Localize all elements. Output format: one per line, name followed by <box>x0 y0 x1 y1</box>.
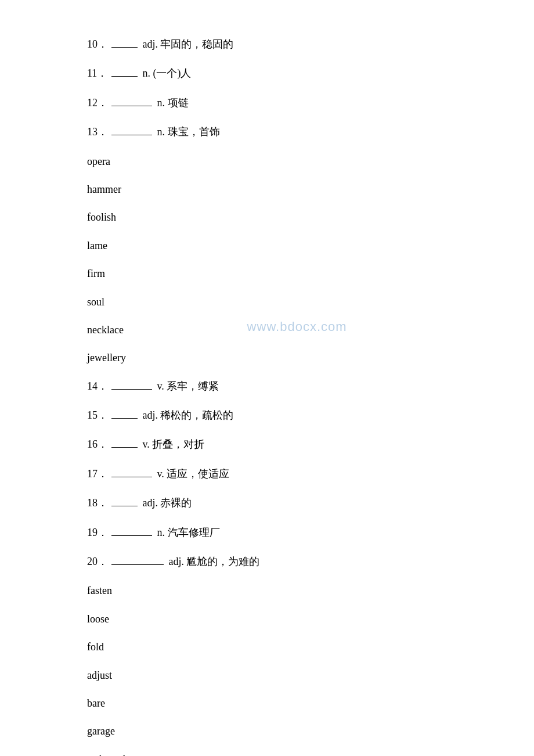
item-text-12: n. 项链 <box>109 93 447 112</box>
item-number-13: 13． <box>87 123 109 141</box>
item-number-12: 12． <box>87 93 109 112</box>
item-15: 15． adj. 稀松的，疏松的 <box>87 406 447 424</box>
item-text-18: adj. 赤裸的 <box>109 494 447 512</box>
blank-11[interactable] <box>111 76 138 77</box>
item-number-19: 19． <box>87 523 109 542</box>
word-list-group2: fasten loose fold adjust bare garage awk… <box>87 581 447 756</box>
blank-18[interactable] <box>111 506 138 506</box>
word-foolish: foolish <box>87 208 447 226</box>
item-20: 20． adj. 尴尬的，为难的 <box>87 552 447 571</box>
item-11: 11． n. (一个)人 <box>87 64 447 82</box>
numbered-items-group2: 14． v. 系牢，缚紧 15． adj. 稀松的，疏松的 16． v. 折叠，… <box>87 377 447 571</box>
blank-16[interactable] <box>111 447 138 448</box>
blank-17[interactable] <box>111 477 152 477</box>
item-12: 12． n. 项链 <box>87 93 447 112</box>
item-16: 16． v. 折叠，对折 <box>87 435 447 453</box>
item-number-11: 11． <box>87 64 109 82</box>
item-text-10: adj. 牢固的，稳固的 <box>109 35 447 53</box>
item-18: 18． adj. 赤裸的 <box>87 494 447 512</box>
item-text-15: adj. 稀松的，疏松的 <box>109 406 447 424</box>
item-text-19: n. 汽车修理厂 <box>109 523 447 542</box>
item-text-17: v. 适应，使适应 <box>109 465 447 483</box>
word-loose: loose <box>87 610 447 628</box>
word-fasten: fasten <box>87 581 447 600</box>
item-text-16: v. 折叠，对折 <box>109 435 447 453</box>
item-17: 17． v. 适应，使适应 <box>87 465 447 483</box>
content-area: 10． adj. 牢固的，稳固的 11． n. (一个)人 12． n. 项链 … <box>87 35 447 756</box>
word-bare: bare <box>87 694 447 712</box>
blank-10[interactable] <box>111 47 138 48</box>
item-number-10: 10． <box>87 35 109 53</box>
item-number-17: 17． <box>87 465 109 483</box>
word-list-group1: opera hammer foolish lame firm soul neck… <box>87 152 447 368</box>
word-garage: garage <box>87 722 447 740</box>
item-19: 19． n. 汽车修理厂 <box>87 523 447 542</box>
word-hammer: hammer <box>87 180 447 199</box>
item-number-18: 18． <box>87 494 109 512</box>
blank-20[interactable] <box>111 564 164 565</box>
item-text-14: v. 系牢，缚紧 <box>109 377 447 395</box>
word-necklace: necklace <box>87 321 447 339</box>
word-lame: lame <box>87 236 447 255</box>
word-awkward: awkward <box>87 750 447 756</box>
word-adjust: adjust <box>87 666 447 685</box>
item-number-14: 14． <box>87 377 109 395</box>
item-number-20: 20． <box>87 552 109 571</box>
word-opera: opera <box>87 152 447 171</box>
item-14: 14． v. 系牢，缚紧 <box>87 377 447 395</box>
blank-13[interactable] <box>111 135 152 135</box>
blank-14[interactable] <box>111 389 152 390</box>
item-text-11: n. (一个)人 <box>109 64 447 82</box>
item-10: 10． adj. 牢固的，稳固的 <box>87 35 447 53</box>
item-13: 13． n. 珠宝，首饰 <box>87 123 447 141</box>
word-fold: fold <box>87 638 447 656</box>
word-firm: firm <box>87 264 447 283</box>
word-jewellery: jewellery <box>87 348 447 367</box>
blank-19[interactable] <box>111 535 152 536</box>
item-number-15: 15． <box>87 406 109 424</box>
item-number-16: 16． <box>87 435 109 453</box>
item-text-13: n. 珠宝，首饰 <box>109 123 447 141</box>
word-soul: soul <box>87 293 447 311</box>
blank-15[interactable] <box>111 418 138 419</box>
numbered-items-group1: 10． adj. 牢固的，稳固的 11． n. (一个)人 12． n. 项链 … <box>87 35 447 142</box>
blank-12[interactable] <box>111 106 152 106</box>
item-text-20: adj. 尴尬的，为难的 <box>109 552 447 571</box>
